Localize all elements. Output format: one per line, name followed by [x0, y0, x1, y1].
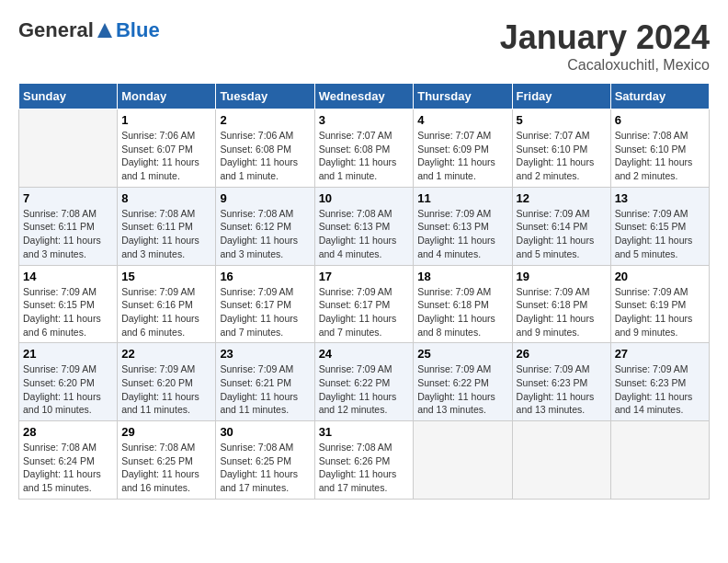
- day-header-friday: Friday: [512, 84, 610, 109]
- day-info: Sunrise: 7:08 AMSunset: 6:25 PMDaylight:…: [220, 441, 310, 495]
- day-info: Sunrise: 7:09 AMSunset: 6:21 PMDaylight:…: [220, 362, 310, 417]
- day-info: Sunrise: 7:09 AMSunset: 6:18 PMDaylight:…: [517, 285, 607, 339]
- calendar-cell: 19Sunrise: 7:09 AMSunset: 6:18 PMDayligh…: [512, 265, 610, 343]
- day-number: 26: [517, 347, 607, 361]
- day-info: Sunrise: 7:09 AMSunset: 6:18 PMDaylight:…: [417, 285, 507, 339]
- day-number: 16: [220, 270, 310, 283]
- day-info: Sunrise: 7:08 AMSunset: 6:12 PMDaylight:…: [220, 207, 310, 261]
- day-info: Sunrise: 7:08 AMSunset: 6:25 PMDaylight:…: [121, 441, 211, 495]
- day-header-thursday: Thursday: [414, 84, 512, 109]
- day-number: 28: [23, 425, 113, 439]
- calendar-week-row: 21Sunrise: 7:09 AMSunset: 6:20 PMDayligh…: [19, 343, 710, 421]
- day-number: 4: [417, 113, 507, 127]
- month-title: January 2024: [500, 18, 710, 57]
- day-info: Sunrise: 7:09 AMSunset: 6:15 PMDaylight:…: [23, 285, 113, 339]
- calendar-cell: 6Sunrise: 7:08 AMSunset: 6:10 PMDaylight…: [610, 109, 709, 188]
- day-info: Sunrise: 7:07 AMSunset: 6:08 PMDaylight:…: [319, 129, 410, 183]
- day-info: Sunrise: 7:09 AMSunset: 6:22 PMDaylight:…: [417, 362, 507, 417]
- calendar-cell: 26Sunrise: 7:09 AMSunset: 6:23 PMDayligh…: [512, 343, 610, 421]
- day-number: 29: [121, 425, 211, 439]
- day-info: Sunrise: 7:09 AMSunset: 6:17 PMDaylight:…: [220, 285, 310, 339]
- day-number: 20: [615, 270, 705, 283]
- day-info: Sunrise: 7:09 AMSunset: 6:15 PMDaylight:…: [615, 207, 705, 261]
- day-number: 15: [121, 270, 211, 283]
- day-number: 30: [220, 425, 310, 439]
- day-info: Sunrise: 7:09 AMSunset: 6:19 PMDaylight:…: [615, 285, 705, 339]
- calendar-week-row: 7Sunrise: 7:08 AMSunset: 6:11 PMDaylight…: [19, 187, 710, 265]
- calendar-cell: 30Sunrise: 7:08 AMSunset: 6:25 PMDayligh…: [216, 421, 314, 500]
- day-number: 10: [319, 191, 410, 205]
- day-number: 14: [23, 270, 113, 283]
- day-info: Sunrise: 7:08 AMSunset: 6:11 PMDaylight:…: [121, 207, 211, 261]
- day-info: Sunrise: 7:07 AMSunset: 6:10 PMDaylight:…: [517, 129, 607, 183]
- day-info: Sunrise: 7:06 AMSunset: 6:07 PMDaylight:…: [121, 129, 211, 183]
- calendar-cell: 8Sunrise: 7:08 AMSunset: 6:11 PMDaylight…: [118, 187, 216, 265]
- logo-icon: [96, 21, 114, 40]
- day-number: 21: [23, 347, 113, 361]
- calendar: SundayMondayTuesdayWednesdayThursdayFrid…: [18, 83, 710, 500]
- day-info: Sunrise: 7:09 AMSunset: 6:20 PMDaylight:…: [23, 362, 113, 417]
- day-header-wednesday: Wednesday: [314, 84, 414, 109]
- calendar-week-row: 14Sunrise: 7:09 AMSunset: 6:15 PMDayligh…: [19, 265, 710, 343]
- day-info: Sunrise: 7:08 AMSunset: 6:11 PMDaylight:…: [23, 207, 113, 261]
- day-number: 19: [517, 270, 607, 283]
- day-number: 2: [220, 113, 310, 127]
- day-info: Sunrise: 7:08 AMSunset: 6:24 PMDaylight:…: [23, 441, 113, 495]
- calendar-cell: 21Sunrise: 7:09 AMSunset: 6:20 PMDayligh…: [19, 343, 118, 421]
- day-number: 22: [121, 347, 211, 361]
- calendar-week-row: 1Sunrise: 7:06 AMSunset: 6:07 PMDaylight…: [19, 109, 710, 188]
- calendar-cell: 17Sunrise: 7:09 AMSunset: 6:17 PMDayligh…: [314, 265, 414, 343]
- day-number: 8: [121, 191, 211, 205]
- calendar-cell: 15Sunrise: 7:09 AMSunset: 6:16 PMDayligh…: [118, 265, 216, 343]
- calendar-cell: 13Sunrise: 7:09 AMSunset: 6:15 PMDayligh…: [610, 187, 709, 265]
- day-header-sunday: Sunday: [19, 84, 118, 109]
- day-number: 11: [417, 191, 507, 205]
- calendar-cell: [512, 421, 610, 500]
- location: Cacaloxuchitl, Mexico: [500, 57, 710, 74]
- calendar-cell: 14Sunrise: 7:09 AMSunset: 6:15 PMDayligh…: [19, 265, 118, 343]
- day-info: Sunrise: 7:07 AMSunset: 6:09 PMDaylight:…: [417, 129, 507, 183]
- calendar-cell: 5Sunrise: 7:07 AMSunset: 6:10 PMDaylight…: [512, 109, 610, 188]
- calendar-cell: 31Sunrise: 7:08 AMSunset: 6:26 PMDayligh…: [314, 421, 414, 500]
- calendar-header-row: SundayMondayTuesdayWednesdayThursdayFrid…: [19, 84, 710, 109]
- calendar-cell: 27Sunrise: 7:09 AMSunset: 6:23 PMDayligh…: [610, 343, 709, 421]
- calendar-cell: 20Sunrise: 7:09 AMSunset: 6:19 PMDayligh…: [610, 265, 709, 343]
- day-number: 13: [615, 191, 705, 205]
- day-number: 12: [517, 191, 607, 205]
- day-info: Sunrise: 7:09 AMSunset: 6:14 PMDaylight:…: [517, 207, 607, 261]
- day-header-tuesday: Tuesday: [216, 84, 314, 109]
- day-info: Sunrise: 7:06 AMSunset: 6:08 PMDaylight:…: [220, 129, 310, 183]
- calendar-cell: 11Sunrise: 7:09 AMSunset: 6:13 PMDayligh…: [414, 187, 512, 265]
- calendar-cell: 29Sunrise: 7:08 AMSunset: 6:25 PMDayligh…: [118, 421, 216, 500]
- calendar-cell: 28Sunrise: 7:08 AMSunset: 6:24 PMDayligh…: [19, 421, 118, 500]
- calendar-cell: 12Sunrise: 7:09 AMSunset: 6:14 PMDayligh…: [512, 187, 610, 265]
- day-number: 17: [319, 270, 410, 283]
- calendar-cell: 1Sunrise: 7:06 AMSunset: 6:07 PMDaylight…: [118, 109, 216, 188]
- calendar-cell: 16Sunrise: 7:09 AMSunset: 6:17 PMDayligh…: [216, 265, 314, 343]
- day-info: Sunrise: 7:08 AMSunset: 6:26 PMDaylight:…: [319, 441, 410, 495]
- calendar-cell: [19, 109, 118, 188]
- day-number: 31: [319, 425, 410, 439]
- svg-marker-0: [97, 23, 112, 38]
- day-number: 27: [615, 347, 705, 361]
- day-info: Sunrise: 7:09 AMSunset: 6:23 PMDaylight:…: [517, 362, 607, 417]
- calendar-cell: [414, 421, 512, 500]
- day-info: Sunrise: 7:09 AMSunset: 6:20 PMDaylight:…: [121, 362, 211, 417]
- day-number: 18: [417, 270, 507, 283]
- calendar-cell: 7Sunrise: 7:08 AMSunset: 6:11 PMDaylight…: [19, 187, 118, 265]
- calendar-cell: 2Sunrise: 7:06 AMSunset: 6:08 PMDaylight…: [216, 109, 314, 188]
- logo-general: General: [18, 18, 94, 42]
- day-info: Sunrise: 7:09 AMSunset: 6:13 PMDaylight:…: [417, 207, 507, 261]
- calendar-cell: 9Sunrise: 7:08 AMSunset: 6:12 PMDaylight…: [216, 187, 314, 265]
- day-number: 6: [615, 113, 705, 127]
- calendar-cell: 4Sunrise: 7:07 AMSunset: 6:09 PMDaylight…: [414, 109, 512, 188]
- calendar-cell: 3Sunrise: 7:07 AMSunset: 6:08 PMDaylight…: [314, 109, 414, 188]
- calendar-week-row: 28Sunrise: 7:08 AMSunset: 6:24 PMDayligh…: [19, 421, 710, 500]
- calendar-cell: 18Sunrise: 7:09 AMSunset: 6:18 PMDayligh…: [414, 265, 512, 343]
- day-number: 3: [319, 113, 410, 127]
- logo: General Blue: [18, 18, 160, 42]
- day-info: Sunrise: 7:09 AMSunset: 6:23 PMDaylight:…: [615, 362, 705, 417]
- day-info: Sunrise: 7:08 AMSunset: 6:13 PMDaylight:…: [319, 207, 410, 261]
- day-number: 24: [319, 347, 410, 361]
- calendar-cell: [610, 421, 709, 500]
